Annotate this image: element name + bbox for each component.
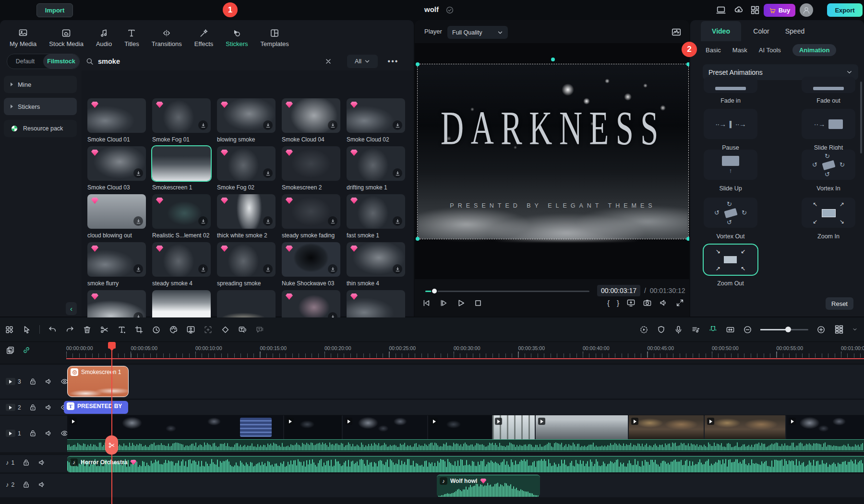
speed-icon[interactable]: [152, 325, 161, 334]
sidebar-item-mine[interactable]: Mine: [4, 76, 77, 93]
sticker-thumbnail[interactable]: [217, 242, 276, 277]
sticker-item[interactable]: Smoke Cloud 03: [87, 146, 146, 191]
quality-dropdown[interactable]: Full Quality: [447, 26, 508, 39]
subtab-basic[interactable]: Basic: [706, 47, 721, 54]
filter-dropdown[interactable]: All: [347, 55, 378, 68]
tab-speed[interactable]: Speed: [780, 21, 810, 41]
download-icon[interactable]: [328, 264, 337, 274]
mute-track-icon[interactable]: [45, 377, 53, 386]
sticker-item[interactable]: steady smoke 4: [152, 242, 211, 287]
download-icon[interactable]: [263, 168, 273, 178]
timeline-zoom-slider[interactable]: [760, 326, 808, 333]
chroma-key-icon[interactable]: [186, 325, 195, 334]
download-icon[interactable]: [133, 264, 143, 274]
download-icon[interactable]: [393, 120, 402, 130]
sticker-item[interactable]: Smokescreen 2: [282, 146, 340, 191]
tab-video[interactable]: Video: [701, 21, 741, 41]
animation-preset-slide-right[interactable]: ··→: [802, 109, 855, 139]
media-tab-templates[interactable]: Templates: [261, 28, 289, 47]
timeline-clip-video[interactable]: [428, 415, 492, 439]
download-icon[interactable]: [393, 168, 402, 178]
media-tab-transitions[interactable]: Transitions: [152, 28, 182, 47]
toggle-filmstock[interactable]: Filmstock: [43, 54, 79, 69]
import-button[interactable]: Import: [36, 3, 73, 17]
sticker-item[interactable]: Smoke Cloud 01: [87, 98, 146, 143]
scopes-icon[interactable]: [671, 27, 682, 37]
mute-icon[interactable]: [659, 298, 668, 307]
sticker-item[interactable]: cloud blowing out: [87, 194, 146, 239]
keyframe-icon[interactable]: [221, 325, 230, 334]
lock-track-icon[interactable]: [29, 429, 37, 437]
player-scrubber[interactable]: [425, 288, 589, 294]
subtab-animation[interactable]: Animation: [792, 44, 837, 56]
sticker-thumbnail[interactable]: [347, 146, 405, 181]
media-tab-audio[interactable]: Audio: [96, 28, 112, 47]
media-tab-effects[interactable]: Effects: [194, 28, 214, 47]
next-frame-button[interactable]: [439, 298, 448, 308]
sticker-item[interactable]: Smoke Cloud 02: [347, 98, 405, 143]
sticker-item[interactable]: steady smoke fading: [282, 194, 340, 239]
sticker-thumbnail[interactable]: [282, 242, 340, 277]
media-tab-my-media[interactable]: My Media: [10, 28, 36, 47]
download-icon[interactable]: [133, 216, 143, 226]
animation-preset-zoom-in[interactable]: ↖↗↙↘: [802, 198, 855, 228]
mute-track-icon[interactable]: [38, 481, 46, 489]
video-frame[interactable]: DARKNESS PRESENTED BY ELEGANT THEMES: [418, 64, 688, 239]
sticker-item[interactable]: thin smoke 4: [347, 242, 405, 287]
select-tool-icon[interactable]: [22, 325, 31, 334]
sidebar-item-resource-pack[interactable]: Resource pack: [4, 120, 77, 137]
lock-track-icon[interactable]: [29, 377, 37, 386]
sticker-item[interactable]: Smokescreen 1: [152, 146, 211, 191]
selection-handle[interactable]: [686, 237, 689, 241]
download-icon[interactable]: [133, 168, 143, 178]
sticker-item[interactable]: Smoke Fog 02: [217, 146, 276, 191]
playhead[interactable]: [111, 342, 112, 504]
download-icon[interactable]: [328, 120, 337, 130]
download-icon[interactable]: [263, 120, 273, 130]
download-icon[interactable]: [198, 120, 208, 130]
sticker-item[interactable]: fast smoke 1: [347, 194, 405, 239]
previous-frame-button[interactable]: [421, 298, 431, 308]
download-icon[interactable]: [393, 264, 402, 274]
timeline-clip-video[interactable]: [492, 415, 535, 439]
source-toggle[interactable]: Default Filmstock: [7, 54, 80, 69]
animation-preset-vortex-in[interactable]: ↻↺↻↺: [802, 150, 855, 180]
export-button[interactable]: Export: [827, 3, 863, 17]
zoom-out-timeline-icon[interactable]: [743, 325, 752, 334]
animation-preset-zoom-out[interactable]: ↘↙↗↖: [704, 245, 757, 275]
sticker-thumbnail[interactable]: [282, 146, 340, 181]
timeline-clip-video[interactable]: [536, 415, 628, 439]
sticker-thumbnail[interactable]: [152, 194, 211, 229]
clear-search-icon[interactable]: [324, 58, 332, 65]
timeline-clip-sticker[interactable]: Smokescreen 1: [67, 366, 129, 397]
panel-scrollbar[interactable]: [860, 82, 862, 153]
sticker-item[interactable]: Smoke Cloud 04: [282, 98, 340, 143]
sticker-thumbnail[interactable]: [87, 98, 146, 133]
timeline-clip-video[interactable]: [786, 415, 864, 439]
timeline-clip-music[interactable]: ♪Horror Orchestra: [67, 456, 864, 472]
cloud-upload-icon[interactable]: [733, 5, 744, 15]
subtab-ai-tools[interactable]: AI Tools: [759, 47, 781, 54]
speech-to-text-icon[interactable]: [255, 325, 264, 334]
auto-reframe-icon[interactable]: [204, 325, 213, 334]
sticker-item[interactable]: smoke flurry: [87, 242, 146, 287]
snapshot-icon[interactable]: [643, 298, 652, 307]
link-clips-icon[interactable]: [22, 346, 31, 354]
selection-handle[interactable]: [416, 62, 420, 66]
stop-button[interactable]: [473, 298, 483, 308]
animation-preset-pause[interactable]: ··→∥··→: [704, 109, 757, 139]
sticker-thumbnail[interactable]: [87, 242, 146, 277]
sticker-thumbnail[interactable]: [282, 194, 340, 229]
scrubber-knob[interactable]: [431, 288, 438, 294]
toolbox-icon[interactable]: [5, 325, 14, 334]
collapse-panel-button[interactable]: ‹: [66, 302, 77, 315]
sticker-item[interactable]: Realistic S...lement 02: [152, 194, 211, 239]
sticker-thumbnail[interactable]: [282, 98, 340, 133]
sticker-item[interactable]: drifting smoke 1: [347, 146, 405, 191]
timeline-clip-title[interactable]: T PRESENTED BY: [64, 401, 128, 414]
avatar[interactable]: [800, 3, 813, 17]
lock-track-icon[interactable]: [29, 403, 37, 411]
play-button[interactable]: [456, 298, 466, 308]
media-tab-titles[interactable]: Titles: [124, 28, 139, 47]
more-options-button[interactable]: •••: [387, 55, 399, 68]
